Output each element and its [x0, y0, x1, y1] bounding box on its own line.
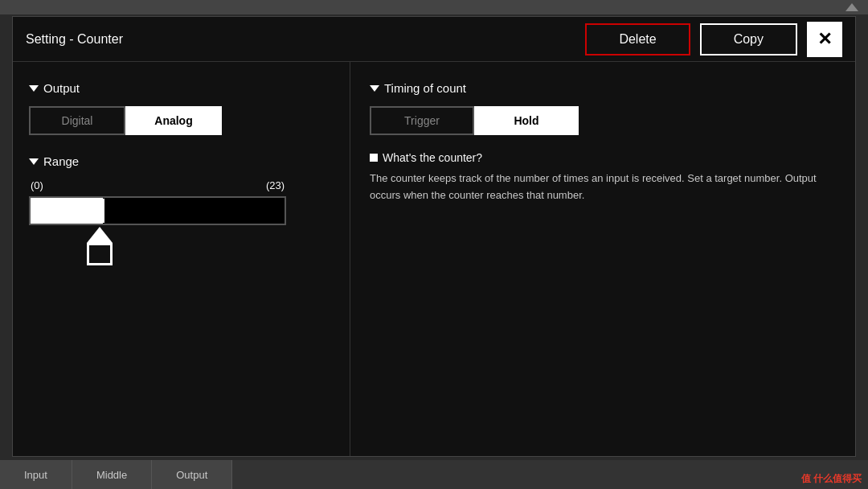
digital-button[interactable]: Digital: [29, 106, 125, 135]
right-panel: Timing of count Trigger Hold What's the …: [350, 62, 855, 456]
timing-collapse-icon[interactable]: [370, 85, 379, 92]
slider-arrow-icon: [87, 227, 113, 243]
range-slider[interactable]: [29, 196, 286, 225]
timing-section: Timing of count Trigger Hold: [370, 81, 836, 135]
delete-button[interactable]: Delete: [585, 23, 690, 55]
slider-pointer-wrap: [29, 227, 286, 267]
info-square-icon: [370, 154, 378, 162]
slider-pointer: [87, 227, 113, 265]
dialog-title: Setting - Counter: [26, 32, 575, 47]
timing-button-group: Trigger Hold: [370, 106, 836, 135]
tab-middle[interactable]: Middle: [72, 460, 152, 489]
slider-handle[interactable]: [87, 199, 104, 223]
analog-button[interactable]: Analog: [125, 106, 222, 135]
dialog-header: Setting - Counter Delete Copy ✕: [13, 17, 855, 62]
top-edge-arrow-icon: [845, 3, 858, 11]
close-button[interactable]: ✕: [807, 22, 842, 57]
info-box: What's the counter? The counter keeps tr…: [370, 151, 836, 204]
output-collapse-icon[interactable]: [29, 85, 39, 92]
bottom-bar: Input Middle Output: [0, 460, 868, 489]
hold-button[interactable]: Hold: [474, 106, 579, 135]
range-labels: (0) (23): [29, 179, 286, 191]
info-title: What's the counter?: [370, 151, 836, 164]
setting-counter-dialog: Setting - Counter Delete Copy ✕ Output D…: [12, 16, 856, 457]
top-bar: [0, 0, 868, 14]
slider-pointer-body: [87, 243, 113, 265]
info-body: The counter keeps track of the number of…: [370, 171, 836, 204]
watermark: 值 什么值得买: [801, 472, 862, 486]
range-section: Range (0) (23): [29, 154, 334, 267]
copy-button[interactable]: Copy: [700, 23, 797, 55]
output-label: Output: [29, 81, 334, 95]
dialog-body: Output Digital Analog Range (0) (23): [13, 62, 855, 456]
timing-label: Timing of count: [370, 81, 836, 95]
range-collapse-icon[interactable]: [29, 158, 39, 165]
trigger-button[interactable]: Trigger: [370, 106, 474, 135]
range-max-label: (23): [266, 179, 285, 191]
tab-input[interactable]: Input: [0, 460, 72, 489]
left-panel: Output Digital Analog Range (0) (23): [13, 62, 350, 456]
range-min-label: (0): [31, 179, 43, 191]
tab-output[interactable]: Output: [152, 460, 232, 489]
output-section: Output Digital Analog: [29, 81, 334, 135]
range-label: Range: [29, 154, 334, 168]
output-button-group: Digital Analog: [29, 106, 334, 135]
